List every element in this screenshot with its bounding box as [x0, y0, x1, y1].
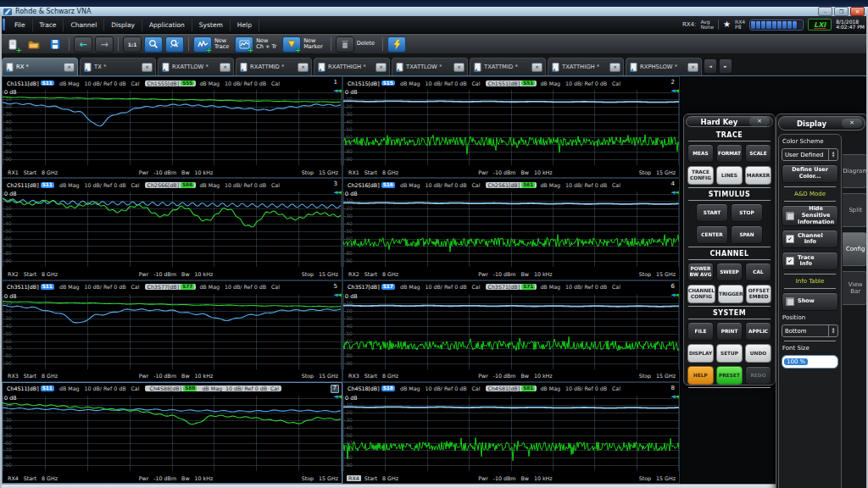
close-button[interactable]: ✕	[850, 7, 865, 16]
tab-window-icon[interactable]: ✕	[142, 63, 153, 72]
tab-rxatthigh[interactable]: RXATTHIGH *✕	[314, 58, 390, 75]
offset-embed-button[interactable]: OFFSET EMBED	[746, 285, 771, 303]
font-size-input[interactable]: 100 %	[782, 355, 838, 369]
trace-label-ch3s77-db[interactable]: Ch3S77[dB]S77 dB Mag 10 dB/ Ref 0 dB Cal	[145, 284, 279, 290]
toolbar-new-channel-button[interactable]: +New Ch + Tr	[235, 36, 280, 53]
menu-item-system[interactable]: System	[192, 19, 231, 31]
tab-rxphslow[interactable]: RXPHSLOW *✕	[626, 58, 702, 75]
diagram-7[interactable]: Ch4S11[dB]S11 dB Mag 10 dB/ Ref 0 dB Cal…	[2, 382, 342, 484]
stop-button[interactable]: STOP	[731, 203, 763, 222]
minimize-button[interactable]: –	[818, 7, 832, 16]
toolbar-save-button[interactable]	[46, 36, 64, 53]
tab-window-icon[interactable]: ✕	[64, 63, 75, 72]
toolbar-new-recall-set-button[interactable]: +	[3, 36, 22, 53]
diagram-8[interactable]: Ch4S18[dB]S18 dB Mag 10 dB/ Ref 0 dB Cal…	[342, 382, 680, 484]
display-tab-config[interactable]: Config	[843, 232, 868, 266]
toolbar-undo-button[interactable]: ←	[74, 36, 92, 53]
plot-area[interactable]: 0 dB◄◄	[3, 394, 342, 473]
trace-label-ch4s18-db[interactable]: Ch4S18[dB]S18 dB Mag 10 dB/ Ref 0 dB Cal	[346, 385, 480, 391]
trace-label-ch2s11-db[interactable]: Ch2S11[dB]S11 dB Mag 10 dB/ Ref 0 dB Cal	[5, 182, 139, 188]
trace-label-ch1s51-db[interactable]: Ch1S51[dB]S51 dB Mag 10 dB/ Ref 0 dB Cal	[486, 80, 620, 86]
diagram-6[interactable]: Ch3S17[dB]S17 dB Mag 10 dB/ Ref 0 dB Cal…	[342, 280, 680, 382]
marker-button[interactable]: MARKER	[745, 166, 771, 185]
start-button[interactable]: START	[696, 203, 728, 222]
diagram-2[interactable]: Ch1S15[dB]S15 dB Mag 10 dB/ Ref 0 dB Cal…	[342, 76, 680, 178]
plot-area[interactable]: 0 dB◄◄	[3, 292, 342, 371]
print-button[interactable]: PRINT	[716, 322, 743, 341]
trace-config-button[interactable]: TRACE CONFIG	[687, 166, 714, 185]
channel-info-toggle[interactable]: ✔Channel Info	[782, 230, 838, 248]
display-button[interactable]: DISPLAY	[687, 344, 714, 363]
menu-item-file[interactable]: File	[8, 19, 33, 31]
trace-label-ch2s16-db[interactable]: Ch2S16[dB]S16 dB Mag 10 dB/ Ref 0 dB Cal	[346, 182, 480, 188]
undo-button[interactable]: UNDO	[745, 344, 771, 363]
tab-txatthigh[interactable]: TXATTHIGH *✕	[548, 58, 624, 75]
preset-button[interactable]: PRESET	[716, 366, 743, 385]
plot-canvas[interactable]	[343, 394, 679, 473]
plot-canvas[interactable]	[343, 190, 679, 269]
diagram-3[interactable]: Ch2S11[dB]S11 dB Mag 10 dB/ Ref 0 dB Cal…	[2, 178, 342, 280]
setup-button[interactable]: SETUP	[716, 344, 743, 363]
cal-button[interactable]: CAL	[745, 263, 771, 281]
tab-rxattlow[interactable]: RXATTLOW *✕	[158, 58, 234, 75]
span-button[interactable]: SPAN	[731, 225, 763, 244]
toolbar-zoom-in-button[interactable]	[144, 36, 163, 53]
trace-label-ch2s66-db[interactable]: Ch2S66[dB]S66 dB Mag 10 dB/ Ref 0 dB Cal	[145, 182, 279, 188]
trigger-button[interactable]: TRIGGER	[718, 285, 744, 303]
hardkey-close-icon[interactable]: ✕	[749, 117, 770, 126]
menu-item-help[interactable]: Help	[231, 19, 259, 31]
display-tab-view-bar[interactable]: View Bar	[843, 271, 868, 305]
menu-item-display[interactable]: Display	[104, 19, 142, 31]
position-select[interactable]: Bottom ▲ ▼	[782, 324, 838, 337]
trace-label-ch3s71-db[interactable]: Ch3S71[dB]S71 dB Mag 10 dB/ Ref 0 dB Cal	[486, 284, 620, 290]
channel-config-button[interactable]: CHANNEL CONFIG	[687, 285, 715, 303]
tab-window-icon[interactable]: ✕	[609, 63, 620, 72]
tab-window-icon[interactable]: ✕	[687, 63, 698, 72]
sweep-button[interactable]: SWEEP	[716, 263, 743, 281]
tab-window-icon[interactable]: ✕	[531, 63, 542, 72]
plot-canvas[interactable]	[3, 394, 342, 473]
tab-rx[interactable]: RX *✕	[2, 58, 78, 75]
diagram-4[interactable]: Ch2S16[dB]S16 dB Mag 10 dB/ Ref 0 dB Cal…	[342, 178, 680, 280]
meas-button[interactable]: MEAS	[687, 144, 714, 163]
menu-item-application[interactable]: Application	[142, 19, 192, 31]
spinner-icon[interactable]: ▲ ▼	[828, 325, 837, 336]
toolbar-open-folder-button[interactable]	[25, 36, 43, 53]
tab-scroll-left-button[interactable]: ◄	[704, 58, 717, 74]
tab-window-icon[interactable]: ✕	[220, 63, 231, 72]
applic-button[interactable]: APPLIC	[745, 322, 771, 341]
plot-area[interactable]: 0 dB◄◄	[3, 88, 342, 167]
plot-canvas[interactable]	[343, 88, 679, 167]
color-scheme-select[interactable]: User Defined ▲ ▼	[782, 148, 838, 161]
plot-area[interactable]: 0 dB◄◄	[343, 292, 679, 371]
toolbar-new-trace-button[interactable]: +New Trace	[193, 36, 232, 53]
trace-label-ch4s81-db[interactable]: Ch4S81[dB]S81 dB Mag 10 dB/ Ref 0 dB Cal	[486, 385, 620, 391]
diagram-5[interactable]: Ch3S11[dB]S11 dB Mag 10 dB/ Ref 0 dB Cal…	[2, 280, 342, 382]
format-button[interactable]: FORMAT	[716, 144, 743, 163]
tab-window-icon[interactable]: ✕	[298, 63, 309, 72]
tab-tx[interactable]: TX *✕	[80, 58, 156, 75]
trace-label-ch3s17-db[interactable]: Ch3S17[dB]S17 dB Mag 10 dB/ Ref 0 dB Cal	[346, 284, 480, 290]
plot-area[interactable]: 0 dB◄◄	[343, 190, 679, 269]
plot-canvas[interactable]	[3, 292, 342, 371]
display-panel-header[interactable]: Display ✕	[778, 116, 865, 130]
display-tab-split[interactable]: Split	[843, 193, 868, 227]
menu-item-channel[interactable]: Channel	[64, 19, 104, 31]
plot-area[interactable]: 0 dB◄◄	[343, 88, 679, 167]
file-button[interactable]: FILE	[687, 322, 714, 341]
toolbar-wizard-button[interactable]	[387, 36, 406, 53]
plot-area[interactable]: 0 dB◄◄	[343, 394, 679, 473]
plot-canvas[interactable]	[3, 88, 342, 167]
trace-info-toggle[interactable]: ✔Trace Info	[782, 252, 838, 270]
plot-canvas[interactable]	[3, 190, 342, 269]
display-close-icon[interactable]: ✕	[842, 119, 862, 128]
maximize-button[interactable]: ❐	[834, 7, 849, 16]
scale-button[interactable]: SCALE	[745, 144, 771, 163]
trace-label-ch3s11-db[interactable]: Ch3S11[dB]S11 dB Mag 10 dB/ Ref 0 dB Cal	[5, 284, 139, 290]
menu-item-trace[interactable]: Trace	[33, 19, 64, 31]
trace-label-ch4s11-db[interactable]: Ch4S11[dB]S11 dB Mag 10 dB/ Ref 0 dB Cal	[5, 385, 139, 391]
lines-button[interactable]: LINES	[716, 166, 743, 185]
tab-txattmid[interactable]: TXATTMID *✕	[470, 58, 546, 75]
toolbar-zoom-1-1-button[interactable]: 1:1	[123, 36, 142, 53]
tab-txattlow[interactable]: TXATTLOW *✕	[392, 58, 468, 75]
